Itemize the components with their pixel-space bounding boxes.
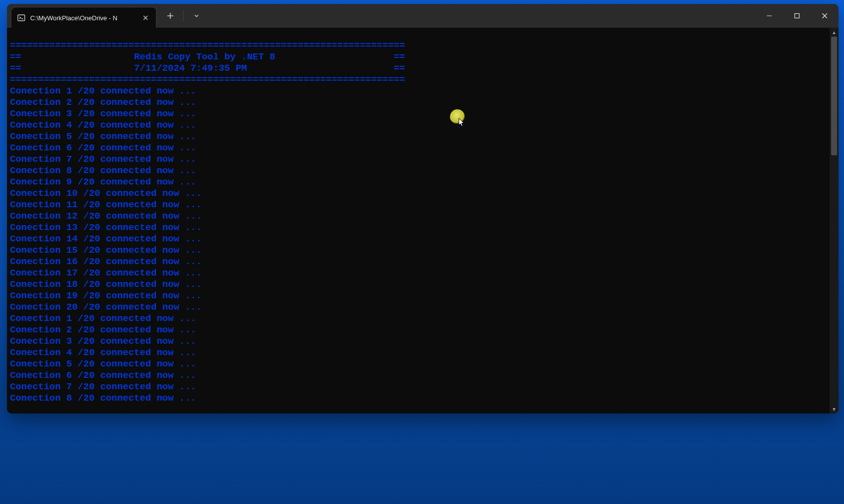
maximize-button[interactable] xyxy=(783,4,811,28)
titlebar-drag-area[interactable] xyxy=(206,4,755,28)
titlebar[interactable]: C:\MyWorkPlace\OneDrive - N xyxy=(7,4,839,28)
scroll-thumb[interactable] xyxy=(831,37,837,155)
new-tab-button[interactable] xyxy=(160,4,180,28)
close-window-button[interactable] xyxy=(811,4,839,28)
minimize-button[interactable] xyxy=(755,4,783,28)
vertical-scrollbar[interactable]: ▲ ▼ xyxy=(830,28,839,413)
window-controls xyxy=(755,4,839,28)
tab-dropdown-button[interactable] xyxy=(187,4,206,28)
scroll-up-button[interactable]: ▲ xyxy=(830,28,839,37)
terminal-icon xyxy=(17,14,25,22)
terminal-output: ========================================… xyxy=(7,37,830,404)
active-tab[interactable]: C:\MyWorkPlace\OneDrive - N xyxy=(11,7,156,28)
terminal-window: C:\MyWorkPlace\OneDrive - N xyxy=(7,4,839,413)
svg-rect-1 xyxy=(795,14,799,18)
terminal-viewport[interactable]: ========================================… xyxy=(7,28,839,413)
close-tab-button[interactable] xyxy=(140,12,151,23)
divider xyxy=(183,10,184,21)
tab-title: C:\MyWorkPlace\OneDrive - N xyxy=(30,14,135,22)
tabstrip-buttons xyxy=(160,4,206,28)
